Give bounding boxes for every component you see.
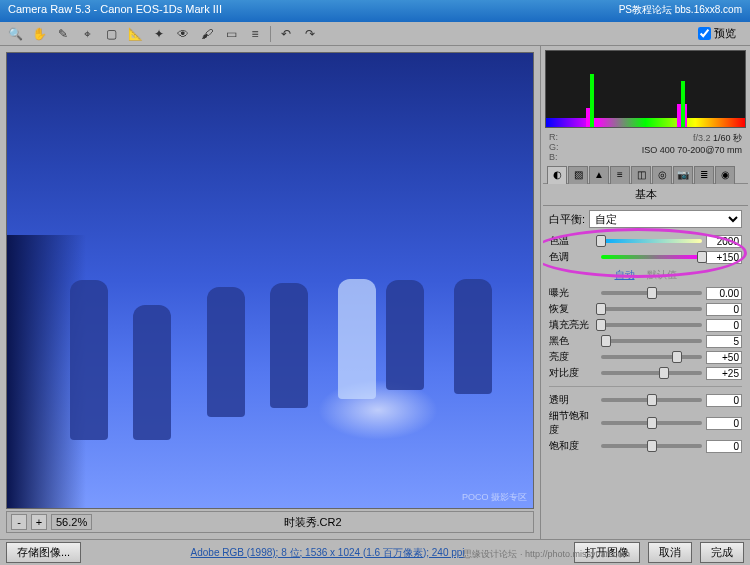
info-rgb: R:G:B: f/3.2 1/60 秒ISO 400 70-200@70 mm xyxy=(543,130,748,164)
right-pane: R:G:B: f/3.2 1/60 秒ISO 400 70-200@70 mm … xyxy=(540,46,750,539)
basic-panel: 白平衡: 自定 色温 色调 自动 默认值 曝光 恢复 填充亮光 黑色 xyxy=(543,206,748,537)
wb-label: 白平衡: xyxy=(549,212,585,227)
save-image-button[interactable]: 存储图像... xyxy=(6,542,81,563)
straighten-icon[interactable]: 📐 xyxy=(126,25,144,43)
model-figure xyxy=(386,280,424,390)
temperature-slider[interactable] xyxy=(601,239,702,243)
image-preview[interactable]: POCO 摄影专区 xyxy=(6,52,534,509)
saturation-input[interactable] xyxy=(706,440,742,453)
recovery-slider[interactable] xyxy=(601,307,702,311)
saturation-slider[interactable] xyxy=(601,444,702,448)
runway-scene: POCO 摄影专区 xyxy=(7,53,533,508)
vibrance-input[interactable] xyxy=(706,417,742,430)
file-name-label: 时装秀.CR2 xyxy=(96,515,529,530)
cancel-button[interactable]: 取消 xyxy=(648,542,692,563)
model-figure xyxy=(133,305,171,440)
crop-icon[interactable]: ▢ xyxy=(102,25,120,43)
white-balance-row: 白平衡: 自定 xyxy=(549,210,742,228)
bottom-bar: 存储图像... Adobe RGB (1998); 8 位; 1536 x 10… xyxy=(0,539,750,565)
recovery-input[interactable] xyxy=(706,303,742,316)
gradient-icon[interactable]: ▭ xyxy=(222,25,240,43)
toolbar: 🔍 ✋ ✎ ⌖ ▢ 📐 ✦ 👁 🖌 ▭ ≡ ↶ ↷ 预览 xyxy=(0,22,750,46)
hand-tool-icon[interactable]: ✋ xyxy=(30,25,48,43)
rotate-ccw-icon[interactable]: ↶ xyxy=(277,25,295,43)
poco-watermark: POCO 摄影专区 xyxy=(462,491,527,504)
black-input[interactable] xyxy=(706,335,742,348)
zoom-out-button[interactable]: - xyxy=(11,514,27,530)
watermark-top: PS教程论坛 bbs.16xx8.com xyxy=(619,3,742,19)
redeye-icon[interactable]: 👁 xyxy=(174,25,192,43)
clarity-input[interactable] xyxy=(706,394,742,407)
brush-icon[interactable]: 🖌 xyxy=(198,25,216,43)
tab-preset[interactable]: ≣ xyxy=(694,166,714,184)
zoom-in-button[interactable]: + xyxy=(31,514,47,530)
model-figure xyxy=(338,279,376,399)
main-area: POCO 摄影专区 - + 56.2% 时装秀.CR2 R:G:B: f/3.2… xyxy=(0,46,750,539)
tab-curve[interactable]: ▨ xyxy=(568,166,588,184)
preview-checkbox-input[interactable] xyxy=(698,27,711,40)
model-figure xyxy=(270,283,308,408)
slider-tint: 色调 xyxy=(549,250,742,264)
rotate-cw-icon[interactable]: ↷ xyxy=(301,25,319,43)
fill-input[interactable] xyxy=(706,319,742,332)
model-figure xyxy=(70,280,108,440)
black-slider[interactable] xyxy=(601,339,702,343)
exposure-input[interactable] xyxy=(706,287,742,300)
window-titlebar: Camera Raw 5.3 - Canon EOS-1Ds Mark III … xyxy=(0,0,750,22)
eyedropper-icon[interactable]: ✎ xyxy=(54,25,72,43)
zoom-tool-icon[interactable]: 🔍 xyxy=(6,25,24,43)
tab-basic[interactable]: ◐ xyxy=(547,166,567,184)
panel-tabs: ◐ ▨ ▲ ≡ ◫ ◎ 📷 ≣ ◉ xyxy=(543,164,748,184)
spot-icon[interactable]: ✦ xyxy=(150,25,168,43)
window-title: Camera Raw 5.3 - Canon EOS-1Ds Mark III xyxy=(8,3,222,19)
histogram xyxy=(545,50,746,128)
brightness-slider[interactable] xyxy=(601,355,702,359)
sampler-icon[interactable]: ⌖ xyxy=(78,25,96,43)
vibrance-slider[interactable] xyxy=(601,421,702,425)
tab-lens[interactable]: ◎ xyxy=(652,166,672,184)
exposure-slider[interactable] xyxy=(601,291,702,295)
fill-slider[interactable] xyxy=(601,323,702,327)
zoom-bar: - + 56.2% 时装秀.CR2 xyxy=(6,511,534,533)
preview-label: 预览 xyxy=(714,26,736,41)
preview-checkbox[interactable]: 预览 xyxy=(698,26,736,41)
model-figure xyxy=(454,279,492,394)
tint-slider[interactable] xyxy=(601,255,702,259)
contrast-slider[interactable] xyxy=(601,371,702,375)
auto-link[interactable]: 自动 xyxy=(615,268,635,282)
panel-title: 基本 xyxy=(543,184,748,206)
contrast-input[interactable] xyxy=(706,367,742,380)
prefs-icon[interactable]: ≡ xyxy=(246,25,264,43)
auto-default-row: 自动 默认值 xyxy=(549,268,742,282)
tab-split[interactable]: ◫ xyxy=(631,166,651,184)
tint-input[interactable] xyxy=(706,251,742,264)
temperature-input[interactable] xyxy=(706,235,742,248)
model-figure xyxy=(207,287,245,417)
separator xyxy=(270,26,271,42)
done-button[interactable]: 完成 xyxy=(700,542,744,563)
tab-camera[interactable]: 📷 xyxy=(673,166,693,184)
slider-temperature: 色温 xyxy=(549,234,742,248)
zoom-select[interactable]: 56.2% xyxy=(51,514,92,530)
tab-detail[interactable]: ▲ xyxy=(589,166,609,184)
left-pane: POCO 摄影专区 - + 56.2% 时装秀.CR2 xyxy=(0,46,540,539)
separator xyxy=(549,386,742,387)
brightness-input[interactable] xyxy=(706,351,742,364)
clarity-slider[interactable] xyxy=(601,398,702,402)
tab-hsl[interactable]: ≡ xyxy=(610,166,630,184)
watermark-bottom: 思缘设计论坛 · http://photo.missyuan.com xyxy=(463,548,630,561)
tab-snapshot[interactable]: ◉ xyxy=(715,166,735,184)
default-link[interactable]: 默认值 xyxy=(647,268,677,282)
wb-select[interactable]: 自定 xyxy=(589,210,742,228)
